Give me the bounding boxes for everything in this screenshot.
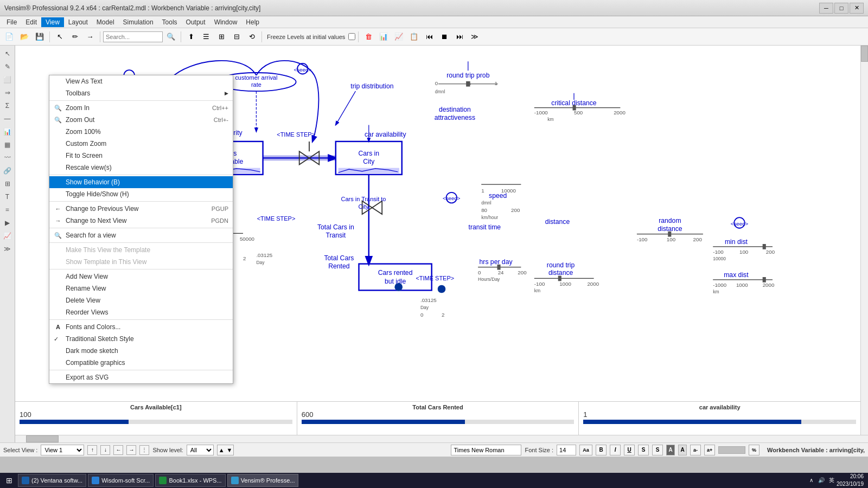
- arrow-btn[interactable]: →: [83, 30, 97, 43]
- menu-delete-view[interactable]: Delete View: [49, 294, 233, 306]
- menu-fit-to-screen[interactable]: Fit to Screen: [49, 150, 233, 162]
- sidebar-dash-icon[interactable]: —: [2, 113, 14, 125]
- level-down-btn[interactable]: ▼: [226, 447, 234, 453]
- minus-btn[interactable]: ⊟: [229, 30, 244, 43]
- view-down-btn[interactable]: ↓: [100, 445, 110, 455]
- menu-toggle-hide-show[interactable]: Toggle Hide/Show (H): [49, 188, 233, 200]
- menu-rename-view[interactable]: Rename View: [49, 282, 233, 294]
- menu-edit[interactable]: Edit: [21, 17, 41, 27]
- close-btn[interactable]: ✕: [850, 3, 864, 14]
- sidebar-equation-icon[interactable]: =: [2, 204, 14, 216]
- stop-btn[interactable]: ⏹: [437, 30, 451, 43]
- menu-zoom-100[interactable]: Zoom 100%: [49, 126, 233, 138]
- report-btn[interactable]: 📋: [407, 30, 421, 43]
- sidebar-table-icon[interactable]: ⊞: [2, 178, 14, 190]
- sidebar-link-icon[interactable]: 🔗: [2, 165, 14, 177]
- save-btn[interactable]: 💾: [33, 30, 47, 43]
- new-btn[interactable]: 📄: [2, 30, 16, 43]
- del-btn[interactable]: 🗑: [361, 30, 375, 43]
- view-right-btn[interactable]: →: [126, 445, 136, 455]
- view-select[interactable]: View 1: [41, 445, 84, 455]
- menu-prev-view[interactable]: ← Change to Previous View PGUP: [49, 203, 233, 215]
- refresh-btn[interactable]: ⟲: [245, 30, 259, 43]
- horizontal-scrollbar[interactable]: [15, 435, 868, 442]
- italic-btn[interactable]: I: [610, 445, 621, 455]
- arrow-up-btn[interactable]: ⬆: [184, 30, 198, 43]
- menu-simulation[interactable]: Simulation: [119, 17, 158, 27]
- menu-output[interactable]: Output: [182, 17, 210, 27]
- find-btn[interactable]: 🔍: [164, 30, 178, 43]
- menu-dark-mode[interactable]: Dark mode sketch: [49, 345, 233, 357]
- search-input[interactable]: [103, 31, 163, 42]
- prev-btn[interactable]: ⏮: [422, 30, 436, 43]
- menu-next-view[interactable]: → Change to Next View PGDN: [49, 215, 233, 227]
- sidebar-pencil-icon[interactable]: ✎: [2, 61, 14, 73]
- menu-export-svg[interactable]: Export as SVG: [49, 371, 233, 383]
- level-up-btn[interactable]: ▲: [218, 447, 226, 453]
- menu-search-view[interactable]: 🔍 Search for a view: [49, 229, 233, 241]
- font-size-box[interactable]: 14: [557, 445, 576, 455]
- menu-show-behavior[interactable]: Show Behavior (B): [49, 176, 233, 188]
- taskbar-app-wisdom[interactable]: Wisdom-soft Scr...: [88, 474, 154, 487]
- sidebar-collapsemore-icon[interactable]: ≫: [2, 243, 14, 255]
- menu-traditional-sketch[interactable]: ✓ Traditional Sketch Style: [49, 333, 233, 345]
- taskbar-app-vensim[interactable]: Vensim® Professe...: [227, 474, 299, 487]
- grow-btn[interactable]: a+: [704, 445, 715, 455]
- sidebar-sum-icon[interactable]: Σ: [2, 100, 14, 112]
- color1-btn[interactable]: A: [666, 445, 675, 455]
- list-btn[interactable]: ☰: [199, 30, 213, 43]
- view-dots-btn[interactable]: ⋮: [139, 445, 149, 455]
- cursor-btn[interactable]: ↖: [53, 30, 67, 43]
- view-up-btn[interactable]: ↑: [87, 445, 97, 455]
- sidebar-shapes-icon[interactable]: ⬜: [2, 74, 14, 86]
- menu-toolbars[interactable]: Toolbars ▶: [49, 87, 233, 99]
- menu-add-new-view[interactable]: Add New View: [49, 271, 233, 282]
- run-btn[interactable]: 📊: [376, 30, 391, 43]
- start-button[interactable]: ⊞: [2, 474, 16, 487]
- menu-tools[interactable]: Tools: [158, 17, 182, 27]
- underline-btn[interactable]: U: [624, 445, 635, 455]
- taskbar-app-book[interactable]: Book1.xlsx - WPS...: [155, 474, 225, 487]
- color2-btn[interactable]: A: [678, 445, 687, 455]
- more-btn[interactable]: ≫: [468, 30, 482, 43]
- sidebar-bar-icon[interactable]: ▦: [2, 139, 14, 151]
- sketch-btn[interactable]: ✏: [68, 30, 82, 43]
- next-btn[interactable]: ⏭: [452, 30, 467, 43]
- vertical-scrollbar[interactable]: [860, 46, 868, 442]
- open-btn[interactable]: 📂: [17, 30, 31, 43]
- menu-custom-zoom[interactable]: Custom Zoom: [49, 138, 233, 150]
- font-name-box[interactable]: Times New Roman: [451, 445, 521, 455]
- sup-btn[interactable]: S: [652, 445, 663, 455]
- freeze-checkbox[interactable]: [348, 33, 355, 40]
- grid-btn[interactable]: ⊞: [214, 30, 228, 43]
- bold-btn[interactable]: B: [596, 445, 607, 455]
- menu-model[interactable]: Model: [92, 17, 119, 27]
- sidebar-flow-icon[interactable]: ⇒: [2, 87, 14, 99]
- menu-reorder-views[interactable]: Reorder Views: [49, 306, 233, 318]
- sub-btn[interactable]: S: [638, 445, 649, 455]
- menu-zoom-out[interactable]: 🔍 Zoom Out Ctrl+-: [49, 114, 233, 126]
- aa-btn[interactable]: Aa: [579, 445, 592, 455]
- menu-view-as-text[interactable]: View As Text: [49, 75, 233, 87]
- view-left-btn[interactable]: ←: [113, 445, 123, 455]
- sidebar-graph-icon[interactable]: 📈: [2, 230, 14, 242]
- shrink-btn[interactable]: a-: [690, 445, 701, 455]
- menu-file[interactable]: File: [2, 17, 21, 27]
- sidebar-chart-icon[interactable]: 📊: [2, 126, 14, 138]
- sidebar-snake-icon[interactable]: 〰: [2, 152, 14, 164]
- chart-btn[interactable]: 📈: [392, 30, 406, 43]
- show-level-select[interactable]: All: [187, 445, 214, 455]
- taskbar-app-ventana[interactable]: (2) Ventana softw...: [18, 474, 86, 487]
- sidebar-play-icon[interactable]: ▶: [2, 217, 14, 229]
- menu-view[interactable]: View: [41, 17, 64, 27]
- minimize-btn[interactable]: ─: [819, 3, 833, 14]
- maximize-btn[interactable]: □: [834, 3, 848, 14]
- pct-btn[interactable]: %: [749, 445, 760, 455]
- menu-zoom-in[interactable]: 🔍 Zoom In Ctrl++: [49, 102, 233, 114]
- menu-window[interactable]: Window: [210, 17, 242, 27]
- menu-help[interactable]: Help: [241, 17, 264, 27]
- menu-layout[interactable]: Layout: [64, 17, 92, 27]
- menu-fonts-colors[interactable]: A Fonts and Colors...: [49, 321, 233, 333]
- sidebar-text-icon[interactable]: T: [2, 191, 14, 203]
- menu-rescale-views[interactable]: Rescale view(s): [49, 162, 233, 174]
